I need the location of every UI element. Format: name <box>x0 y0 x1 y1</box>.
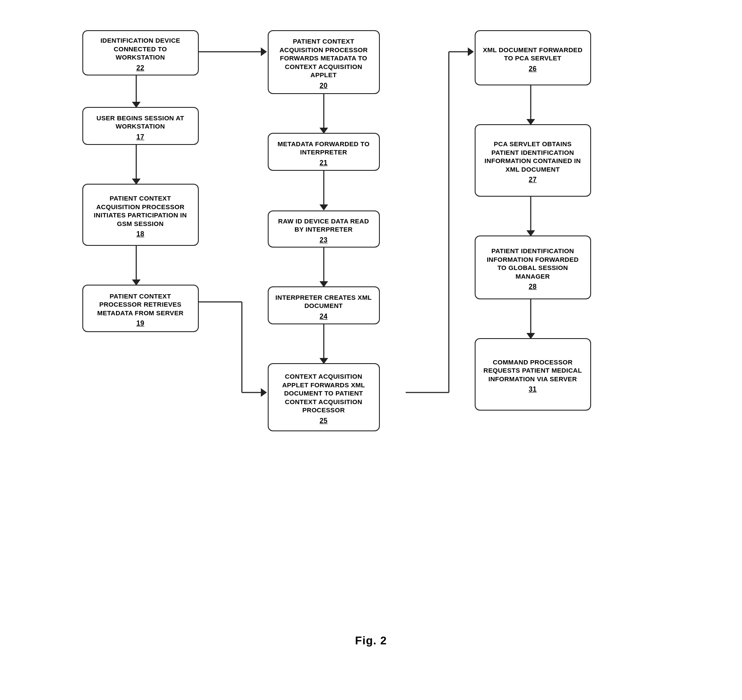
box-19: PATIENT CONTEXT PROCESSOR RETRIEVES META… <box>82 285 199 332</box>
diagram-container: IDENTIFICATION DEVICE CONNECTED TO WORKS… <box>48 17 695 647</box>
svg-marker-25 <box>468 47 474 56</box>
box-22: IDENTIFICATION DEVICE CONNECTED TO WORKS… <box>82 30 199 75</box>
box-20: PATIENT CONTEXT ACQUISITION PROCESSOR FO… <box>268 30 380 94</box>
figure-caption: Fig. 2 <box>355 634 387 647</box>
box-18: PATIENT CONTEXT ACQUISITION PROCESSOR IN… <box>82 184 199 246</box>
svg-marker-21 <box>261 47 267 56</box>
box-25: CONTEXT ACQUISITION APPLET FORWARDS XML … <box>268 363 380 431</box>
box-17: USER BEGINS SESSION AT WORKSTATION 17 <box>82 107 199 145</box>
flow-diagram: IDENTIFICATION DEVICE CONNECTED TO WORKS… <box>69 17 673 612</box>
svg-marker-29 <box>261 388 267 397</box>
svg-marker-9 <box>319 204 328 210</box>
box-26: XML DOCUMENT FORWARDED TO PCA SERVLET 26 <box>475 30 591 85</box>
box-27: PCA SERVLET OBTAINS PATIENT IDENTIFICATI… <box>475 124 591 197</box>
box-24: INTERPRETER CREATES XML DOCUMENT 24 <box>268 286 380 324</box>
box-23: RAW ID DEVICE DATA READ BY INTERPRETER 2… <box>268 210 380 248</box>
box-31: COMMAND PROCESSOR REQUESTS PATIENT MEDIC… <box>475 338 591 411</box>
box-28: PATIENT IDENTIFICATION INFORMATION FORWA… <box>475 235 591 299</box>
box-21: METADATA FORWARDED TO INTERPRETER 21 <box>268 133 380 171</box>
